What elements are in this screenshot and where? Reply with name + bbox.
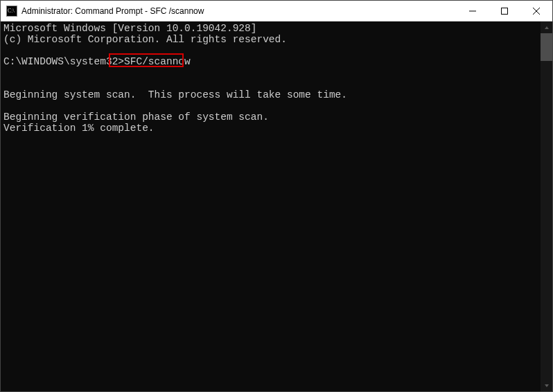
terminal-container: Microsoft Windows [Version 10.0.19042.92… xyxy=(1,21,552,391)
maximize-button[interactable] xyxy=(489,1,520,21)
window-titlebar: C:\ Administrator: Command Prompt - SFC … xyxy=(1,1,552,21)
window-title: Administrator: Command Prompt - SFC /sca… xyxy=(21,6,457,16)
svg-marker-8 xyxy=(545,384,549,387)
scroll-up-button[interactable] xyxy=(541,21,552,33)
minimize-button[interactable] xyxy=(457,1,489,21)
scroll-down-button[interactable] xyxy=(541,380,552,391)
output-line: Beginning system scan. This process will… xyxy=(3,89,347,100)
vertical-scrollbar[interactable] xyxy=(541,21,552,391)
svg-marker-7 xyxy=(545,26,549,29)
output-line: Verification 1% complete. xyxy=(3,123,155,134)
entered-command: SFC/scannow xyxy=(124,56,191,67)
output-line: (c) Microsoft Corporation. All rights re… xyxy=(3,34,287,45)
svg-rect-4 xyxy=(502,8,508,15)
output-line: Microsoft Windows [Version 10.0.19042.92… xyxy=(3,23,256,34)
svg-text:C:\: C:\ xyxy=(8,8,15,14)
cmd-icon: C:\ xyxy=(6,6,17,17)
scroll-thumb[interactable] xyxy=(541,33,552,61)
prompt-line: C:\WINDOWS\system32>SFC/scannow xyxy=(3,56,538,67)
prompt-path: C:\WINDOWS\system32> xyxy=(3,56,124,67)
window-controls xyxy=(457,1,552,21)
terminal-output[interactable]: Microsoft Windows [Version 10.0.19042.92… xyxy=(1,21,541,391)
close-button[interactable] xyxy=(520,1,552,21)
output-line: Beginning verification phase of system s… xyxy=(3,112,269,123)
